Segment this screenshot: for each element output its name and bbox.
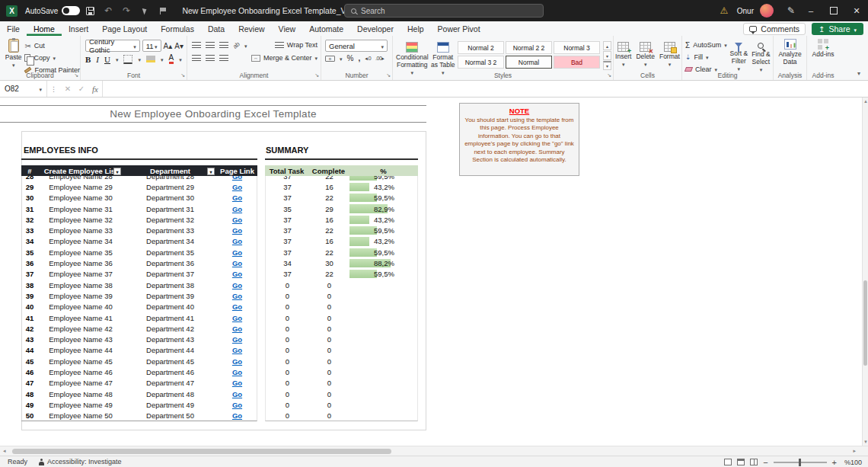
percent-cell[interactable]	[349, 312, 418, 323]
go-link[interactable]: Go	[217, 401, 257, 409]
increase-font-icon[interactable]: A▴	[164, 42, 173, 50]
total-task-cell[interactable]: 0	[266, 281, 309, 289]
total-task-cell[interactable]: 0	[266, 401, 309, 409]
go-link[interactable]: Go	[217, 194, 257, 202]
complete-cell[interactable]: 30	[309, 259, 349, 267]
bold-button[interactable]: B	[85, 55, 91, 64]
percent-cell[interactable]: 88,2%	[349, 257, 418, 268]
percent-cell[interactable]: 43,2%	[349, 236, 418, 247]
complete-cell[interactable]: 0	[309, 335, 349, 344]
cell-style-swatch[interactable]: Normal 3 2	[458, 56, 504, 69]
share-button[interactable]: Share	[812, 23, 863, 35]
row-number-cell[interactable]: 30	[21, 194, 38, 202]
minimize-button[interactable]: –	[799, 0, 822, 21]
go-link[interactable]: Go	[217, 205, 257, 213]
row-number-cell[interactable]: 45	[21, 357, 38, 366]
department-cell[interactable]: Department 46	[123, 368, 217, 376]
fill-button[interactable]: Fill	[685, 52, 727, 62]
page-break-view-icon[interactable]	[750, 459, 758, 465]
total-task-cell[interactable]: 0	[266, 335, 309, 344]
cancel-icon[interactable]: ✕	[61, 85, 75, 93]
go-link[interactable]: Go	[217, 259, 257, 267]
complete-cell[interactable]: 0	[309, 325, 349, 333]
total-task-cell[interactable]: 0	[266, 346, 309, 354]
employee-name-cell[interactable]: Employee Name 39	[38, 292, 123, 300]
percent-cell[interactable]: 59,5%	[349, 193, 418, 203]
row-number-cell[interactable]: 29	[21, 183, 38, 191]
align-left-icon[interactable]	[192, 55, 201, 62]
styles-dialog-launcher[interactable]	[607, 72, 611, 78]
autosave-toggle[interactable]: AutoSave	[25, 6, 80, 15]
complete-cell[interactable]: 0	[309, 379, 349, 387]
department-cell[interactable]: Department 45	[123, 357, 217, 366]
employee-name-cell[interactable]: Employee Name 35	[38, 248, 123, 257]
copy-button[interactable]: Copy	[24, 53, 80, 63]
increase-decimal-icon[interactable]: ◂.0	[365, 56, 371, 62]
filter-dropdown-icon[interactable]	[207, 168, 215, 175]
ribbon-tab[interactable]: Developer	[350, 21, 400, 36]
align-middle-icon[interactable]	[206, 42, 215, 49]
worksheet[interactable]: New Employee Onboarding Excel Template N…	[0, 98, 862, 446]
gallery-scroll-down[interactable]: ▾	[603, 51, 611, 60]
cell-style-swatch[interactable]: Normal 2 2	[506, 41, 552, 54]
total-task-cell[interactable]: 0	[266, 368, 309, 376]
horizontal-scroll-thumb[interactable]	[12, 449, 391, 454]
row-number-cell[interactable]: 34	[21, 237, 38, 245]
vertical-scrollbar[interactable]: ▲ ▼	[862, 98, 868, 446]
ribbon-tab[interactable]: Page Layout	[95, 21, 154, 36]
total-task-cell[interactable]: 37	[266, 183, 309, 191]
number-format-combo[interactable]: General	[325, 40, 388, 52]
percent-cell[interactable]: 59,5%	[349, 269, 418, 280]
employee-name-cell[interactable]: Employee Name 38	[38, 281, 123, 289]
enter-icon[interactable]: ✓	[75, 85, 88, 93]
complete-cell[interactable]: 16	[309, 216, 349, 224]
go-link[interactable]: Go	[217, 216, 257, 224]
go-link[interactable]: Go	[217, 226, 257, 235]
complete-cell[interactable]: 0	[309, 292, 349, 300]
department-cell[interactable]: Department 50	[123, 411, 217, 420]
total-task-cell[interactable]: 0	[266, 302, 309, 311]
total-task-cell[interactable]: 0	[266, 314, 309, 322]
gallery-scroll-up[interactable]: ▴	[603, 41, 611, 50]
percent-cell[interactable]	[349, 280, 418, 290]
row-number-cell[interactable]: 47	[21, 379, 38, 387]
redo-icon[interactable]	[118, 2, 135, 19]
user-avatar[interactable]	[760, 4, 774, 18]
department-cell[interactable]: Department 28	[123, 176, 217, 181]
employee-name-cell[interactable]: Employee Name 32	[38, 216, 123, 224]
row-number-cell[interactable]: 33	[21, 226, 38, 235]
fill-color-icon[interactable]	[146, 56, 155, 62]
total-task-cell[interactable]: 37	[266, 237, 309, 245]
ribbon-tab[interactable]: Automate	[302, 21, 350, 36]
complete-cell[interactable]: 0	[309, 411, 349, 420]
close-button[interactable]: ✕	[845, 0, 868, 21]
percent-cell[interactable]	[349, 334, 418, 344]
department-cell[interactable]: Department 42	[123, 325, 217, 333]
formula-bar-handle[interactable]: ⋮	[47, 85, 61, 93]
total-task-cell[interactable]: 0	[266, 357, 309, 366]
row-number-cell[interactable]: 44	[21, 346, 38, 354]
percent-cell[interactable]	[349, 411, 418, 421]
toggle-switch[interactable]	[62, 6, 80, 15]
go-link[interactable]: Go	[217, 368, 257, 376]
department-cell[interactable]: Department 47	[123, 379, 217, 387]
employee-name-cell[interactable]: Employee Name 41	[38, 314, 123, 322]
align-top-icon[interactable]	[192, 42, 201, 49]
complete-cell[interactable]: 0	[309, 281, 349, 289]
zoom-level[interactable]: %100	[842, 459, 862, 466]
percent-cell[interactable]	[349, 389, 418, 399]
employee-name-cell[interactable]: Employee Name 44	[38, 346, 123, 354]
row-number-cell[interactable]: 41	[21, 314, 38, 322]
ribbon-tab[interactable]: Review	[231, 21, 271, 36]
accessibility-status[interactable]: Accessibility: Investigate	[47, 458, 122, 465]
department-cell[interactable]: Department 34	[123, 237, 217, 245]
department-cell[interactable]: Department 40	[123, 302, 217, 311]
zoom-in-button[interactable]: +	[832, 458, 837, 467]
currency-format-icon[interactable]: ¤	[325, 56, 335, 62]
font-size-combo[interactable]: 11	[142, 40, 161, 52]
complete-cell[interactable]: 22	[309, 176, 349, 181]
zoom-slider-thumb[interactable]	[799, 459, 801, 466]
row-number-cell[interactable]: 32	[21, 216, 38, 224]
go-link[interactable]: Go	[217, 302, 257, 311]
italic-button[interactable]: I	[96, 55, 99, 64]
